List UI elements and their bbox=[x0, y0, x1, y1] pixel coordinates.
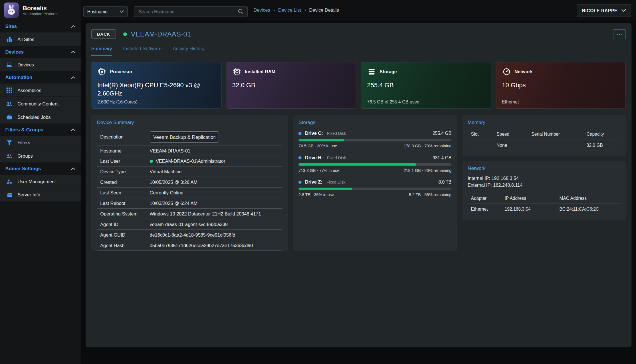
memory-table: Slot Speed Serial Number Capacity None 3… bbox=[468, 129, 620, 151]
stat-label: Network bbox=[514, 69, 533, 74]
sidebar-item-label: Assemblies bbox=[17, 88, 41, 93]
drive-size: 931.4 GB bbox=[433, 155, 451, 160]
network-card: Network Internal IP: 192.168.3.54 Extern… bbox=[462, 161, 626, 220]
hostname-filter-dropdown[interactable]: Hostname bbox=[83, 6, 128, 17]
summary-row-last-user: Last User VEEAM-DRAAS-01\Administrator bbox=[97, 156, 282, 166]
sidebar-section-admin-settings[interactable]: Admin Settings bbox=[0, 162, 81, 175]
row-label: Agent GUID bbox=[100, 232, 150, 237]
column-header: Capacity bbox=[587, 132, 617, 137]
cell-serial bbox=[531, 143, 586, 147]
tab-installed-software[interactable]: Installed Software bbox=[123, 46, 162, 56]
sidebar-section-sites[interactable]: Sites bbox=[0, 20, 81, 32]
drive-z: Drive Z: Fixed Disk 8.0 TB 2.8 TB - 35% … bbox=[298, 180, 451, 197]
device-details-panel: BACK VEEAM-DRAAS-01 ··· Summary Installe… bbox=[86, 23, 631, 347]
drive-c: Drive C: Fixed Disk 255.4 GB 76.5 GB - 3… bbox=[298, 131, 451, 148]
sidebar-item-label: Community Content bbox=[17, 101, 58, 106]
brand: Borealis Automation Platform bbox=[0, 0, 81, 20]
breadcrumb-separator: › bbox=[304, 7, 306, 13]
chevron-down-icon bbox=[120, 10, 124, 13]
tab-activity-history[interactable]: Activity History bbox=[173, 46, 205, 56]
drive-name: Drive H: bbox=[305, 155, 323, 160]
drive-h: Drive H: Fixed Disk 931.4 GB 713.3 GB - … bbox=[298, 155, 451, 172]
row-value: de16c0c1-8aa2-4d18-9585-9ce91cf056fd bbox=[150, 232, 279, 237]
section-label: Sites bbox=[5, 23, 17, 29]
cell-speed: None bbox=[496, 143, 531, 147]
sidebar-item-community-content[interactable]: Community Content bbox=[0, 97, 81, 110]
sidebar-item-devices[interactable]: Devices bbox=[0, 58, 81, 71]
drive-used-text: 76.5 GB - 30% in use bbox=[298, 144, 337, 149]
summary-row-last-seen: Last Seen Currently Online bbox=[97, 188, 282, 198]
brand-subtitle: Automation Platform bbox=[23, 11, 58, 16]
tab-summary[interactable]: Summary bbox=[91, 46, 112, 56]
section-label: Automation bbox=[5, 75, 32, 80]
sidebar-item-assemblies[interactable]: Assemblies bbox=[0, 84, 81, 97]
stat-value: 255.4 GB bbox=[367, 81, 477, 90]
drive-name: Drive C: bbox=[305, 131, 323, 136]
card-title: Storage bbox=[293, 115, 457, 125]
description-input[interactable] bbox=[150, 131, 219, 143]
drive-size: 8.0 TB bbox=[438, 180, 451, 184]
drive-size: 255.4 GB bbox=[433, 131, 451, 136]
sidebar-item-all-sites[interactable]: All Sites bbox=[0, 32, 81, 46]
summary-row-device-type: Device Type Virtual Machine bbox=[97, 166, 282, 177]
network-table: Adapter IP Address MAC Address Ethernet … bbox=[468, 194, 620, 215]
back-button[interactable]: BACK bbox=[91, 29, 116, 39]
summary-row-operating-system: Operating System Windows 10 2022 Datacen… bbox=[97, 209, 282, 219]
breadcrumb-link-device-list[interactable]: Device List bbox=[278, 8, 301, 13]
sidebar-item-groups[interactable]: Groups bbox=[0, 149, 81, 162]
ip-addresses: Internal IP: 192.168.3.54 External IP: 1… bbox=[468, 175, 620, 188]
search-icon[interactable] bbox=[238, 9, 244, 15]
column-header: Speed bbox=[496, 132, 531, 137]
drive-usage-fill bbox=[298, 163, 416, 166]
stat-label: Installed RAM bbox=[245, 69, 275, 74]
sidebar-section-filters-groups[interactable]: Filters & Groups bbox=[0, 124, 81, 136]
more-options-button[interactable]: ··· bbox=[613, 29, 626, 39]
row-label: Last Seen bbox=[100, 190, 150, 195]
breadcrumb-link-devices[interactable]: Devices bbox=[254, 8, 270, 13]
section-label: Devices bbox=[5, 49, 24, 55]
sidebar-item-user-management[interactable]: User Management bbox=[0, 175, 81, 188]
sidebar-section-devices[interactable]: Devices bbox=[0, 46, 81, 58]
sidebar-item-scheduled-jobs[interactable]: Scheduled Jobs bbox=[0, 110, 81, 124]
internal-ip: Internal IP: 192.168.3.54 bbox=[468, 175, 620, 182]
column-header: MAC Address bbox=[559, 196, 617, 201]
chevron-up-icon bbox=[71, 128, 76, 131]
drive-used-text: 713.3 GB - 77% in use bbox=[298, 168, 339, 173]
stat-cards: Processor Intel(R) Xeon(R) CPU E5-2690 v… bbox=[91, 62, 626, 109]
row-label: Agent Hash bbox=[100, 243, 150, 248]
online-status-dot bbox=[123, 32, 127, 36]
summary-row-description: Description bbox=[97, 129, 282, 146]
row-value: 10/05/2025 @ 3:26 AM bbox=[150, 180, 279, 184]
drive-usage-fill bbox=[298, 139, 344, 142]
people-icon bbox=[6, 100, 13, 107]
sidebar-item-server-info[interactable]: Server Info bbox=[0, 188, 81, 202]
row-value: 10/03/2025 @ 6:24 AM bbox=[150, 201, 279, 206]
external-ip: External IP: 162.248.8.114 bbox=[468, 182, 620, 189]
brand-text: Borealis Automation Platform bbox=[23, 4, 58, 16]
brand-name: Borealis bbox=[23, 4, 58, 11]
stat-value: 32.0 GB bbox=[232, 81, 342, 90]
stat-card-processor: Processor Intel(R) Xeon(R) CPU E5-2690 v… bbox=[91, 62, 221, 109]
right-column: Memory Slot Speed Serial Number Capacity… bbox=[462, 115, 626, 220]
gauge-icon bbox=[502, 67, 511, 76]
sidebar-item-label: Devices bbox=[17, 62, 34, 67]
laptop-icon bbox=[6, 61, 13, 68]
summary-row-agent-guid: Agent GUID de16c0c1-8aa2-4d18-9585-9ce91… bbox=[97, 230, 282, 240]
stat-label: Storage bbox=[380, 69, 397, 74]
sidebar-item-filters[interactable]: Filters bbox=[0, 136, 81, 149]
row-label: Last User bbox=[100, 159, 150, 164]
chevron-up-icon bbox=[71, 25, 76, 28]
topbar: Hostname Devices › Device List › Device … bbox=[81, 0, 636, 20]
borealis-logo-icon bbox=[4, 3, 19, 18]
sidebar-item-label: Filters bbox=[17, 140, 30, 145]
section-label: Filters & Groups bbox=[5, 127, 43, 133]
search-input[interactable] bbox=[138, 9, 238, 15]
dropdown-value: Hostname bbox=[87, 9, 108, 14]
sidebar-section-automation[interactable]: Automation bbox=[0, 71, 81, 84]
summary-row-agent-hash: Agent Hash 05ba0e7935171d626ecea29b27d7a… bbox=[97, 240, 282, 251]
card-title: Network bbox=[462, 161, 626, 171]
user-menu-button[interactable]: NICOLE RAPPE bbox=[577, 4, 631, 17]
card-title: Device Summary bbox=[91, 115, 288, 125]
breadcrumb: Devices › Device List › Device Details bbox=[254, 0, 339, 20]
detail-panels: Device Summary Description Hostname VEEA… bbox=[91, 115, 626, 251]
